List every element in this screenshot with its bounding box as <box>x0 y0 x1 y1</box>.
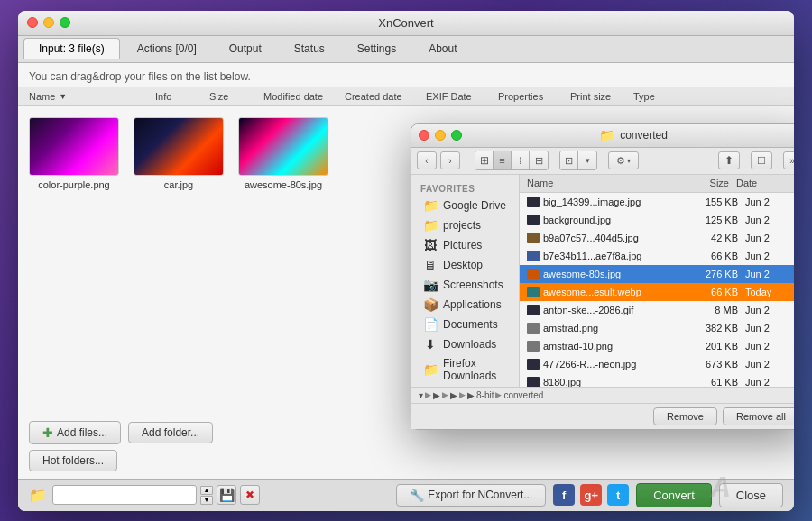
list-col-date: Date <box>736 178 794 188</box>
finder-list-view-button[interactable]: ≡ <box>494 151 512 169</box>
list-item[interactable]: awesome-80s.jpg <box>238 117 328 403</box>
file-date-label: Jun 2 <box>745 341 794 352</box>
file-size-label: 42 KB <box>691 233 745 243</box>
convert-button[interactable]: Convert <box>636 483 712 507</box>
add-files-button[interactable]: ✚ Add files... <box>29 421 121 444</box>
output-path-wrapper: ▲ ▼ 💾 ✖ <box>52 485 389 505</box>
close-button[interactable] <box>27 17 38 28</box>
sidebar-item-projects[interactable]: 📁 projects <box>414 215 516 235</box>
facebook-icon[interactable]: f <box>553 484 575 506</box>
file-date-label: Jun 2 <box>745 215 794 225</box>
output-path-input[interactable] <box>52 485 197 505</box>
sidebar-item-firefoxdownloads[interactable]: 📁 Firefox Downloads <box>414 354 516 385</box>
finder-more-button[interactable]: » <box>783 151 794 169</box>
finder-forward-button[interactable]: › <box>440 151 460 169</box>
sidebar-item-label: Pictures <box>443 239 482 251</box>
remove-all-button[interactable]: Remove all <box>723 407 794 425</box>
filename-label: car.jpg <box>164 179 193 190</box>
sidebar-item-label: Desktop <box>443 259 483 271</box>
finder-gear-button[interactable]: ⚙ ▾ <box>608 151 639 169</box>
sidebar-item-googledrive[interactable]: 📁 Google Drive <box>414 196 516 215</box>
file-name-label: anton-ske...-2086.gif <box>543 305 691 315</box>
close-main-button[interactable]: Close <box>719 483 783 507</box>
file-size-label: 673 KB <box>691 359 745 370</box>
stepper-down[interactable]: ▼ <box>200 496 213 505</box>
window-title: XnConvert <box>378 16 433 30</box>
title-bar: XnConvert <box>18 11 794 36</box>
file-name-label: big_14399...image.jpg <box>543 197 691 207</box>
table-row[interactable]: 8180.jpg61 KBJun 2 <box>520 373 794 387</box>
table-row[interactable]: amstrad.png382 KBJun 2 <box>520 319 794 337</box>
tab-input[interactable]: Input: 3 file(s) <box>23 38 120 59</box>
table-row[interactable]: 477266-R...-neon.jpg673 KBJun 2 <box>520 355 794 373</box>
remove-button[interactable]: Remove <box>653 407 717 425</box>
finder-title: 📁 converted <box>467 128 794 142</box>
filename-label: color-purple.png <box>38 179 110 190</box>
table-row[interactable]: awesome-80s.jpg276 KBJun 2 <box>520 265 794 283</box>
finder-minimize-button[interactable] <box>435 130 446 141</box>
finder-icon-view-button[interactable]: ⊞ <box>475 151 494 169</box>
col-header-name: Name ▼ <box>29 91 155 102</box>
export-icon: 🔧 <box>410 489 424 502</box>
tab-actions[interactable]: Actions [0/0] <box>122 38 212 59</box>
col-header-created: Created date <box>345 91 426 102</box>
googleplus-icon[interactable]: g+ <box>580 484 602 506</box>
file-name-label: awesome...esult.webp <box>543 287 691 297</box>
file-size-label: 125 KB <box>691 215 745 225</box>
table-row[interactable]: anton-ske...-2086.gif8 MBJun 2 <box>520 301 794 319</box>
minimize-button[interactable] <box>43 17 54 28</box>
sidebar-item-pictures[interactable]: 🖼 Pictures <box>414 235 516 255</box>
delete-path-button[interactable]: ✖ <box>240 485 260 505</box>
finder-close-button[interactable] <box>419 130 429 141</box>
folder-icon[interactable]: 📁 <box>29 487 45 503</box>
hot-folders-button[interactable]: Hot folders... <box>29 450 117 471</box>
maximize-button[interactable] <box>60 17 70 28</box>
tab-status[interactable]: Status <box>279 38 340 59</box>
finder-column-view-button[interactable]: ⁞ <box>512 151 530 169</box>
table-row[interactable]: b7e34b11...ae7f8a.jpg66 KBJun 2 <box>520 247 794 265</box>
finder-arrange-chevron[interactable]: ▾ <box>578 151 596 169</box>
table-row[interactable]: awesome...esult.webp66 KBToday <box>520 283 794 301</box>
sidebar-item-documents[interactable]: 📄 Documents <box>414 315 516 334</box>
save-path-button[interactable]: 💾 <box>217 485 236 505</box>
file-date-label: Jun 2 <box>745 359 794 370</box>
file-icon <box>527 323 540 334</box>
projects-icon: 📁 <box>423 218 438 233</box>
thumbnail-purple <box>29 117 119 176</box>
pictures-icon: 🖼 <box>423 238 438 252</box>
sidebar-item-applications[interactable]: 📦 Applications <box>414 295 516 315</box>
thumbnail-80s <box>238 117 328 176</box>
finder-arrange-group: ⊡ ▾ <box>559 151 597 170</box>
tab-about[interactable]: About <box>413 38 472 59</box>
tab-output[interactable]: Output <box>214 38 277 59</box>
add-folder-button[interactable]: Add folder... <box>128 422 213 443</box>
table-row[interactable]: big_14399...image.jpg155 KBJun 2 <box>520 193 794 211</box>
list-item[interactable]: color-purple.png <box>29 117 119 403</box>
list-col-size: Size <box>682 178 736 188</box>
firefoxdownloads-icon: 📁 <box>423 362 438 377</box>
file-size-label: 276 KB <box>691 269 745 279</box>
finder-maximize-button[interactable] <box>451 130 462 141</box>
sidebar-item-screenshots[interactable]: 📷 Screenshots <box>414 275 516 295</box>
col-header-exif: EXIF Date <box>426 91 498 102</box>
table-row[interactable]: background.jpg125 KBJun 2 <box>520 211 794 229</box>
finder-cover-view-button[interactable]: ⊟ <box>530 151 548 169</box>
finder-list-header: Name Size Date <box>520 175 794 193</box>
table-row[interactable]: b9a07c57...404d5.jpg42 KBJun 2 <box>520 229 794 247</box>
export-button[interactable]: 🔧 Export for NConvert... <box>396 484 546 507</box>
finder-back-button[interactable]: ‹ <box>417 151 437 169</box>
file-icon <box>527 341 540 352</box>
table-row[interactable]: amstrad-10.png201 KBJun 2 <box>520 337 794 355</box>
stepper-up[interactable]: ▲ <box>200 486 213 495</box>
file-size-label: 155 KB <box>691 197 745 207</box>
sidebar-item-desktop[interactable]: 🖥 Desktop <box>414 255 516 275</box>
sidebar-item-downloads[interactable]: ⬇ Downloads <box>414 334 516 354</box>
finder-sidebar: Favorites 📁 Google Drive 📁 projects 🖼 Pi… <box>411 175 520 387</box>
finder-arrange-button[interactable]: ⊡ <box>560 151 578 169</box>
tab-settings[interactable]: Settings <box>342 38 411 59</box>
file-name-label: b7e34b11...ae7f8a.jpg <box>543 251 691 261</box>
list-item[interactable]: car.jpg <box>134 117 224 403</box>
twitter-icon[interactable]: t <box>607 484 629 506</box>
finder-share-button[interactable]: ⬆ <box>718 151 740 169</box>
finder-edit-button[interactable]: ☐ <box>751 151 772 169</box>
